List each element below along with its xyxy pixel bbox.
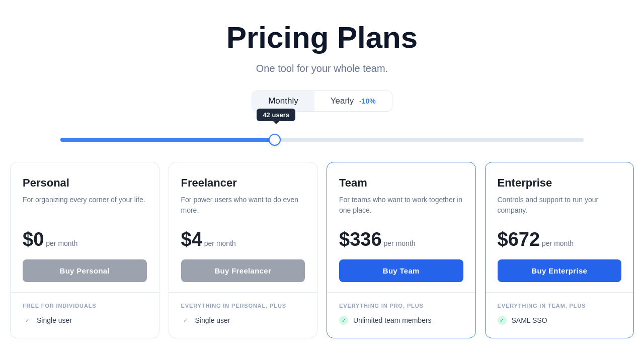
plan-features-team: EVERYTHING IN PRO, PLUS ✓ Unlimited team…	[327, 292, 475, 338]
pricing-page: Pricing Plans One tool for your whole te…	[0, 0, 644, 362]
plan-name-team: Team	[339, 176, 463, 190]
plan-top-personal: Personal For organizing every corner of …	[11, 162, 159, 292]
plan-features-freelancer: EVERYTHING IN PERSONAL, PLUS ✓ Single us…	[169, 292, 317, 338]
plan-top-enterprise: Enterprise Controls and support to run y…	[486, 162, 634, 292]
plan-top-team: Team For teams who want to work together…	[327, 162, 475, 292]
users-slider-section: 42 users	[60, 128, 584, 142]
plan-price-personal: $0 per month	[23, 229, 147, 250]
yearly-option[interactable]: Yearly -10%	[314, 91, 392, 111]
buy-personal-button[interactable]: Buy Personal	[23, 259, 147, 282]
plan-name-personal: Personal	[23, 176, 147, 190]
page-subtitle: One tool for your whole team.	[256, 63, 388, 74]
slider-tooltip: 42 users	[257, 109, 295, 121]
features-label-freelancer: EVERYTHING IN PERSONAL, PLUS	[181, 303, 305, 309]
features-label-enterprise: EVERYTHING IN TEAM, PLUS	[498, 303, 622, 309]
feature-item: ✓ SAML SSO	[498, 316, 622, 325]
slider-track	[60, 138, 584, 142]
feature-text: Single user	[37, 316, 72, 324]
plan-price-period-personal: per month	[46, 239, 77, 247]
plan-price-period-team: per month	[384, 239, 416, 247]
plans-grid: Personal For organizing every corner of …	[10, 162, 634, 338]
buy-team-button[interactable]: Buy Team	[339, 259, 463, 282]
buy-enterprise-button[interactable]: Buy Enterprise	[498, 259, 622, 282]
discount-badge: -10%	[359, 97, 376, 105]
plan-desc-personal: For organizing every corner of your life…	[23, 195, 147, 221]
plan-price-period-enterprise: per month	[542, 239, 574, 247]
monthly-option[interactable]: Monthly	[252, 91, 314, 111]
plan-card-personal: Personal For organizing every corner of …	[10, 162, 159, 338]
plan-card-team: Team For teams who want to work together…	[327, 162, 476, 338]
check-icon: ✓	[23, 316, 32, 325]
plan-top-freelancer: Freelancer For power users who want to d…	[169, 162, 317, 292]
plan-desc-team: For teams who want to work together in o…	[339, 195, 463, 221]
yearly-label: Yearly	[331, 96, 354, 106]
check-icon: ✓	[339, 316, 348, 325]
plan-price-amount-freelancer: $4	[181, 229, 202, 250]
page-title: Pricing Plans	[226, 20, 418, 55]
plan-price-amount-team: $336	[339, 229, 382, 250]
check-icon: ✓	[498, 316, 507, 325]
plan-price-period-freelancer: per month	[204, 239, 236, 247]
plan-features-enterprise: EVERYTHING IN TEAM, PLUS ✓ SAML SSO	[486, 292, 634, 338]
plan-price-amount-enterprise: $672	[498, 229, 540, 250]
plan-name-freelancer: Freelancer	[181, 176, 305, 190]
features-label-personal: FREE FOR INDIVIDUALS	[23, 303, 147, 309]
plan-price-freelancer: $4 per month	[181, 229, 305, 250]
plan-features-personal: FREE FOR INDIVIDUALS ✓ Single user	[11, 292, 159, 338]
plan-desc-enterprise: Controls and support to run your company…	[498, 195, 622, 221]
check-icon: ✓	[181, 316, 190, 325]
plan-desc-freelancer: For power users who want to do even more…	[181, 195, 305, 221]
feature-item: ✓ Unlimited team members	[339, 316, 463, 325]
feature-text: Single user	[195, 316, 230, 324]
feature-item: ✓ Single user	[23, 316, 147, 325]
plan-price-amount-personal: $0	[23, 229, 44, 250]
features-label-team: EVERYTHING IN PRO, PLUS	[339, 303, 463, 309]
plan-name-enterprise: Enterprise	[498, 176, 622, 190]
feature-text: SAML SSO	[512, 316, 547, 324]
plan-price-enterprise: $672 per month	[498, 229, 622, 250]
plan-card-freelancer: Freelancer For power users who want to d…	[169, 162, 318, 338]
feature-text: Unlimited team members	[353, 316, 432, 324]
plan-card-enterprise: Enterprise Controls and support to run y…	[485, 162, 634, 338]
buy-freelancer-button[interactable]: Buy Freelancer	[181, 259, 305, 282]
feature-item: ✓ Single user	[181, 316, 305, 325]
plan-price-team: $336 per month	[339, 229, 463, 250]
